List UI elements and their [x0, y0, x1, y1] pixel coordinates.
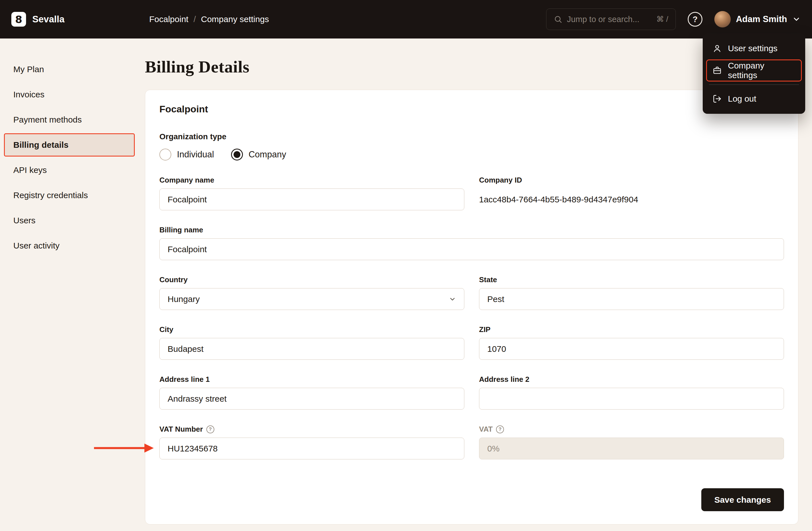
vat-input [479, 438, 784, 459]
menu-item-log-out[interactable]: Log out [706, 88, 802, 110]
menu-item-label: Log out [728, 94, 756, 104]
radio-label: Individual [177, 149, 214, 160]
menu-divider [709, 84, 799, 85]
user-icon [713, 44, 722, 53]
avatar [714, 11, 731, 28]
sidebar-item-user-activity[interactable]: User activity [4, 234, 135, 257]
company-name-label: Company name [159, 176, 464, 185]
user-name: Adam Smith [736, 14, 787, 24]
chevron-down-icon [792, 15, 801, 24]
billing-form: Company name Company ID 1acc48b4-7664-4b… [159, 161, 784, 459]
menu-item-user-settings[interactable]: User settings [706, 38, 802, 59]
sidebar: My Plan Invoices Payment methods Billing… [0, 39, 142, 531]
radio-circle-icon[interactable] [159, 149, 171, 161]
help-glyph: ? [693, 15, 698, 24]
field-address-line-1: Address line 1 [159, 375, 464, 410]
country-value: Hungary [168, 294, 200, 304]
company-id-value: 1acc48b4-7664-4b55-b489-9d4347e9f904 [479, 189, 784, 210]
zip-input[interactable] [479, 338, 784, 360]
breadcrumb-page: Company settings [201, 14, 269, 24]
radio-company[interactable]: Company [231, 149, 286, 161]
company-heading: Focalpoint [159, 104, 784, 115]
help-circle-icon[interactable]: ? [206, 425, 214, 433]
address-line-1-input[interactable] [159, 388, 464, 410]
vat-number-label-text: VAT Number [159, 425, 203, 433]
organization-type-label: Organization type [159, 132, 784, 141]
company-name-input[interactable] [159, 189, 464, 210]
address-line-2-label: Address line 2 [479, 375, 784, 384]
breadcrumb: Focalpoint / Company settings [149, 14, 269, 24]
sidebar-item-api-keys[interactable]: API keys [4, 159, 135, 182]
help-glyph: ? [498, 427, 502, 432]
sidebar-item-invoices[interactable]: Invoices [4, 83, 135, 106]
menu-item-company-settings[interactable]: Company settings [706, 59, 802, 82]
city-label: City [159, 325, 464, 334]
state-label: State [479, 276, 784, 284]
address-line-2-input[interactable] [479, 388, 784, 410]
field-state: State [479, 276, 784, 310]
organization-type-group: Individual Company [159, 149, 784, 161]
field-company-id: Company ID 1acc48b4-7664-4b55-b489-9d434… [479, 176, 784, 210]
state-input[interactable] [479, 288, 784, 310]
user-dropdown-menu: User settings Company settings Log out [703, 33, 805, 114]
save-changes-button[interactable]: Save changes [701, 488, 784, 511]
help-glyph: ? [209, 427, 212, 432]
billing-name-label: Billing name [159, 225, 784, 234]
country-select[interactable]: Hungary [159, 288, 464, 310]
vat-label-text: VAT [479, 425, 493, 433]
field-zip: ZIP [479, 325, 784, 360]
search-shortcut: ⌘ / [656, 15, 668, 24]
billing-name-input[interactable] [159, 238, 784, 260]
topbar-right: ⌘ / ? Adam Smith [546, 9, 801, 30]
sidebar-item-payment-methods[interactable]: Payment methods [4, 108, 135, 131]
menu-item-label: Company settings [728, 61, 795, 80]
search-input[interactable] [567, 15, 652, 24]
address-line-1-label: Address line 1 [159, 375, 464, 384]
vat-label: VAT ? [479, 425, 784, 433]
sidebar-item-users[interactable]: Users [4, 209, 135, 232]
briefcase-icon [713, 66, 722, 75]
logout-icon [713, 94, 722, 103]
sidebar-item-my-plan[interactable]: My Plan [4, 58, 135, 81]
page-title: Billing Details [145, 57, 798, 77]
brand-name: Sevalla [32, 14, 64, 25]
radio-circle-icon[interactable] [231, 149, 243, 161]
global-search[interactable]: ⌘ / [546, 9, 676, 30]
zip-label: ZIP [479, 325, 784, 334]
billing-details-card: Focalpoint Organization type Individual … [145, 90, 798, 525]
field-vat-number: VAT Number ? [159, 425, 464, 459]
user-menu-trigger[interactable]: Adam Smith [714, 11, 801, 28]
company-id-label: Company ID [479, 176, 784, 185]
help-circle-icon[interactable]: ? [496, 425, 504, 433]
card-footer: Save changes [159, 488, 784, 511]
field-city: City [159, 325, 464, 360]
breadcrumb-project[interactable]: Focalpoint [149, 14, 188, 24]
radio-label: Company [249, 149, 286, 160]
topbar: 8 Sevalla Focalpoint / Company settings … [0, 0, 812, 39]
vat-number-input[interactable] [159, 438, 464, 459]
menu-item-label: User settings [728, 44, 778, 53]
field-country: Country Hungary [159, 276, 464, 310]
search-icon [554, 15, 562, 24]
annotation-arrow [93, 443, 154, 454]
country-label: Country [159, 276, 464, 284]
field-company-name: Company name [159, 176, 464, 210]
radio-individual[interactable]: Individual [159, 149, 214, 161]
vat-number-label: VAT Number ? [159, 425, 464, 433]
help-button[interactable]: ? [688, 12, 702, 27]
breadcrumb-separator: / [193, 14, 195, 24]
city-input[interactable] [159, 338, 464, 360]
sidebar-item-billing-details[interactable]: Billing details [4, 133, 135, 157]
sidebar-item-registry-credentials[interactable]: Registry credentials [4, 184, 135, 207]
logo-glyph: 8 [15, 14, 22, 25]
chevron-down-icon [449, 295, 456, 303]
field-address-line-2: Address line 2 [479, 375, 784, 410]
field-billing-name: Billing name [159, 225, 784, 260]
field-vat: VAT ? [479, 425, 784, 459]
brand: 8 Sevalla [11, 12, 149, 27]
sevalla-logo-icon[interactable]: 8 [11, 12, 26, 27]
